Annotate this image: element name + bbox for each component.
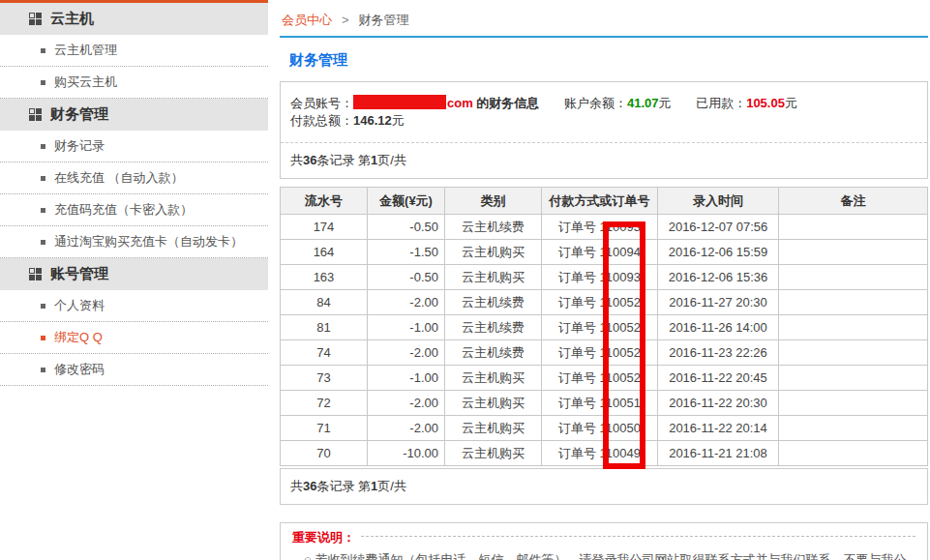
account-summary: 会员账号：com 的财务信息 账户余额：41.07元 已用款：105.05元 付… [281, 82, 927, 143]
bullet-icon [41, 208, 45, 213]
table-cell: 订单号 110052 [542, 315, 658, 340]
table-row: 174-0.50云主机续费订单号 1100932016-12-07 07:56 [281, 215, 928, 240]
finance-table-wrap: 流水号 金额(¥元) 类别 付款方式或订单号 录入时间 备注 174-0.50云… [280, 187, 928, 466]
bullet-icon [41, 48, 45, 53]
table-cell: 云主机购买 [445, 441, 542, 466]
bullet-icon [41, 144, 45, 149]
sidebar-item-label: 修改密码 [54, 361, 105, 378]
table-cell: 174 [281, 215, 368, 240]
finance-table: 流水号 金额(¥元) 类别 付款方式或订单号 录入时间 备注 174-0.50云… [280, 187, 928, 466]
sidebar-item[interactable]: 通过淘宝购买充值卡（自动发卡） [0, 226, 268, 258]
table-cell [779, 215, 928, 240]
table-cell: 2016-11-22 20:45 [658, 366, 779, 391]
col-header-order: 付款方式或订单号 [542, 188, 658, 215]
col-header-time: 录入时间 [658, 188, 779, 215]
table-cell: 2016-11-23 22:26 [658, 340, 779, 366]
important-notice-box: 重要说明： ○ 若收到续费通知（包括电话、短信、邮件等），请登录我公司网站取得联… [280, 522, 928, 560]
balance-value: 41.07 [627, 96, 659, 110]
table-cell: 2016-12-06 15:36 [658, 265, 779, 290]
table-cell: -1.00 [368, 366, 445, 391]
bullet-icon [41, 80, 45, 85]
table-cell: 云主机续费 [445, 340, 542, 366]
table-row: 70-10.00云主机购买订单号 1100492016-11-21 21:08 [281, 441, 928, 466]
sidebar-item-label: 财务记录 [54, 137, 105, 155]
table-row: 84-2.00云主机续费订单号 1100522016-11-27 20:30 [281, 290, 928, 315]
breadcrumb: 会员中心>财务管理 [280, 0, 928, 38]
finance-table-body: 174-0.50云主机续费订单号 1100932016-12-07 07:561… [281, 215, 928, 466]
table-cell: 73 [281, 366, 368, 391]
table-cell [779, 315, 928, 340]
col-header-note: 备注 [779, 188, 928, 215]
breadcrumb-separator: > [342, 13, 349, 27]
table-cell: -2.00 [368, 290, 445, 315]
breadcrumb-current: 财务管理 [359, 13, 409, 27]
sidebar-item[interactable]: 绑定Q Q [0, 322, 268, 354]
pagination-bottom: 共36条记录 第1页/共 [281, 469, 927, 504]
notice-text: ○ 若收到续费通知（包括电话、短信、邮件等），请登录我公司网站取得联系方式并与我… [292, 549, 915, 560]
sidebar-item[interactable]: 财务记录 [0, 131, 268, 162]
table-cell: -10.00 [368, 441, 445, 466]
pagination-top: 共36条记录 第1页/共 [281, 143, 927, 178]
section-header-label: 云主机 [50, 10, 94, 28]
table-cell: 163 [281, 265, 368, 290]
account-total: 付款总额：146.12元 [290, 113, 405, 128]
grid-icon [29, 108, 42, 121]
sidebar-item[interactable]: 云主机管理 [0, 35, 268, 67]
table-cell: 云主机购买 [445, 391, 542, 416]
sidebar-item-label: 云主机管理 [54, 42, 117, 59]
bullet-icon [41, 240, 45, 245]
table-cell: 云主机购买 [445, 416, 542, 441]
dashed-divider [361, 536, 915, 537]
table-cell: 2016-11-26 14:00 [658, 315, 779, 340]
sidebar-item[interactable]: 个人资料 [0, 290, 268, 322]
col-header-serial: 流水号 [281, 188, 368, 215]
sidebar-section-header: 财务管理 [0, 99, 268, 131]
table-cell [779, 290, 928, 315]
table-cell: 71 [281, 416, 368, 441]
sidebar-item-label: 充值码充值（卡密入款） [54, 201, 193, 219]
sidebar-item-label: 个人资料 [54, 297, 105, 314]
section-header-label: 账号管理 [50, 265, 108, 283]
table-cell: -1.00 [368, 315, 445, 340]
bullet-icon [41, 304, 45, 309]
total-value: 146.12 [353, 113, 392, 128]
table-cell [779, 265, 928, 290]
grid-icon [29, 13, 42, 25]
table-cell: 2016-11-21 21:08 [658, 441, 779, 466]
section-header-label: 财务管理 [50, 105, 108, 124]
table-cell: 订单号 110049 [542, 441, 658, 466]
table-row: 73-1.00云主机购买订单号 1100522016-11-22 20:45 [281, 366, 928, 391]
table-cell: 订单号 110052 [542, 340, 658, 366]
table-cell: 订单号 110050 [542, 416, 658, 441]
sidebar-item-label: 在线充值 （自动入款） [54, 169, 184, 187]
table-cell: -0.50 [368, 215, 445, 240]
table-cell: 70 [281, 441, 368, 466]
table-row: 163-0.50云主机购买订单号 1100932016-12-06 15:36 [281, 265, 928, 290]
table-header-row: 流水号 金额(¥元) 类别 付款方式或订单号 录入时间 备注 [281, 188, 928, 215]
col-header-amount: 金额(¥元) [368, 188, 445, 215]
sidebar-item[interactable]: 充值码充值（卡密入款） [0, 194, 268, 226]
account-id: 会员账号：com 的财务信息 [290, 96, 539, 110]
sidebar-item-label: 绑定Q Q [54, 329, 103, 346]
table-cell: 云主机续费 [445, 290, 542, 315]
sidebar-item[interactable]: 修改密码 [0, 354, 268, 386]
table-cell [779, 340, 928, 366]
table-cell: 2016-11-22 20:30 [658, 391, 779, 416]
sidebar-item-label: 购买云主机 [54, 74, 117, 91]
table-cell: 81 [281, 315, 368, 340]
sidebar-item[interactable]: 在线充值 （自动入款） [0, 162, 268, 194]
table-cell: 订单号 110093 [542, 265, 658, 290]
redacted-email-block [353, 95, 446, 109]
col-header-category: 类别 [445, 188, 542, 215]
table-cell: 164 [281, 240, 368, 265]
sidebar-section-header: 云主机 [0, 3, 268, 35]
bullet-icon [41, 176, 45, 181]
sidebar-item[interactable]: 购买云主机 [0, 67, 268, 99]
account-balance: 账户余额：41.07元 [564, 96, 672, 110]
table-row: 71-2.00云主机购买订单号 1100502016-11-22 20:14 [281, 416, 928, 441]
table-cell: 云主机购买 [445, 265, 542, 290]
bullet-icon [41, 368, 45, 372]
breadcrumb-home-link[interactable]: 会员中心 [282, 13, 332, 27]
table-cell: 订单号 110093 [542, 215, 658, 240]
table-cell: -2.00 [368, 340, 445, 366]
